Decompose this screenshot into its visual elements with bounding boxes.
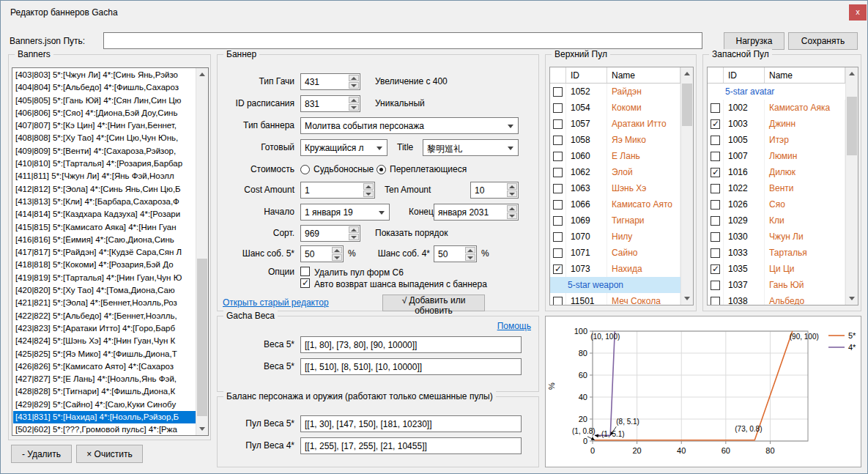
row-checkbox[interactable] [711,136,720,145]
spinner-buttons[interactable] [349,97,359,111]
scroll-thumb[interactable] [847,97,857,155]
scroll-up-icon[interactable] [681,67,693,80]
scroll-down-icon[interactable] [846,292,858,305]
row-checkbox[interactable] [553,297,563,305]
list-item[interactable]: [412|812] 5*:[Эола] 4*:[Синь Янь,Син Цю,… [13,183,196,196]
begin-date-select[interactable]: 1 января 19 [300,204,390,221]
row-checkbox[interactable] [711,168,720,177]
pool-row[interactable]: 1002Камисато Аяка [708,100,845,116]
list-item[interactable]: [425|825] 5*:[Яэ Мико] 4*:[Фишль,Диона,Т [13,348,196,360]
save-button[interactable]: Сохранять [788,32,858,50]
pool-row[interactable]: 1029Кли [708,212,845,229]
banners-list[interactable]: [403|803] 5*:[Чжун Ли] 4*:[Синь Янь,Рэйз… [12,67,209,436]
load-button[interactable]: Нагрузка [724,32,784,50]
row-checkbox[interactable] [553,103,563,113]
option-auto-return-checkbox[interactable] [300,278,310,288]
pool-row[interactable]: 1030Чжун Ли [708,229,845,245]
row-checkbox[interactable] [553,248,563,258]
end-date-input[interactable] [434,204,519,221]
list-item[interactable]: [408|808] 5*:[Ху Тао] 4*:[Син Цю,Чун Юнь… [13,132,196,144]
cost-radio-acquaint[interactable] [300,165,310,174]
scroll-down-icon[interactable] [681,292,693,305]
list-item[interactable]: [410|810] 5*:[Тарталья] 4*:[Розария,Барб… [13,158,196,170]
list-item[interactable]: [428|828] 5*:[Тигнари] 4*:[Фишль,Диона,К [13,385,196,398]
spin-up-icon[interactable] [349,226,359,233]
prefab-select[interactable]: Кружащийся л [300,139,387,156]
delete-button[interactable]: - Удалить [11,445,72,463]
spinner-buttons[interactable] [507,183,517,197]
list-item[interactable]: [426|826] 5*:[Камисато Аято] 4*:[Сахароз [13,360,196,373]
row-checkbox[interactable] [553,152,563,161]
spin-down-icon[interactable] [332,254,342,261]
spin-up-icon[interactable] [349,97,359,103]
spin-down-icon[interactable] [507,212,517,219]
spin-up-icon[interactable] [507,183,517,190]
old-editor-link[interactable]: Открыть старый редактор [223,297,329,308]
spin-up-icon[interactable] [363,183,374,190]
list-item[interactable]: [405|805] 5*:[Гань Юй] 4*:[Сян Лин,Син Ц… [13,95,196,107]
row-checkbox[interactable] [711,216,720,226]
pool-row[interactable]: 1058Яэ Мико [550,132,680,148]
reserve-pool-scrollbar[interactable] [845,67,858,305]
row-checkbox[interactable] [711,152,720,161]
spinner-buttons[interactable] [465,247,475,261]
list-item[interactable]: [413|813] 5*:[Кли] 4*:[Барбара,Сахароза,… [13,196,196,208]
row-checkbox[interactable] [711,232,720,242]
pool-weights4-input[interactable] [300,437,522,454]
banner-type-select[interactable]: Молитва события персонажа [300,117,519,134]
spin-down-icon[interactable] [363,190,374,197]
spin-up-icon[interactable] [465,247,475,253]
spin-up-icon[interactable] [332,247,342,253]
submit-button[interactable]: √ Добавить или обновить [382,295,485,311]
weights5-input[interactable] [300,336,522,353]
list-item[interactable]: [414|814] 5*:[Каздхара Кадзуха] 4*:[Роза… [13,208,196,221]
pool-row[interactable]: 1073Нахида [550,261,680,277]
row-checkbox[interactable] [711,200,720,210]
row-checkbox[interactable] [711,281,720,290]
row-checkbox[interactable] [711,184,720,193]
list-item[interactable]: [421|821] 5*:[Эола] 4*:[Беннет,Ноэлль,Ро… [13,297,196,309]
cost-radio-intertwined[interactable] [376,165,386,174]
pool-row[interactable]: 1066Камисато Аято [550,196,680,212]
list-item[interactable]: [418|818] 5*:[Кокоми] 4*:[Розария,Бэй До [13,259,196,271]
spinner-buttons[interactable] [349,226,359,240]
pool-row[interactable]: 11501Меч Сокола [550,293,680,305]
row-checkbox[interactable] [711,248,720,258]
pool-row[interactable]: 1060Е Лань [550,148,680,164]
row-checkbox[interactable] [553,232,563,242]
pool-section-row[interactable]: 5-star weapon [550,277,680,293]
list-item[interactable]: [409|809] 5*:[Венти] 4*:[Сахароза,Рэйзор… [13,145,196,158]
upper-pool-scrollbar[interactable] [680,67,693,305]
row-checkbox[interactable] [553,136,563,145]
list-item[interactable]: [427|827] 5*:[Е Лань] 4*:[Ноэлль,Янь Фэй… [13,373,196,385]
list-item[interactable]: [502|602] 5*:[???,Громовой пульс] 4*:[Рж… [13,423,196,434]
pool-row[interactable]: 1016Дилюк [708,164,845,180]
list-item[interactable]: [406|806] 5*:[Сяо] 4*:[Диона,Бэй Доу,Син… [13,107,196,119]
banners-scrollbar[interactable] [196,68,208,435]
scroll-thumb[interactable] [682,84,692,126]
title-select[interactable]: 黎明巡礼 [423,139,519,156]
pool-row[interactable]: 1026Сяо [708,196,845,212]
list-item[interactable]: [415|815] 5*:[Камисато Аяка] 4*:[Нин Гуа… [13,221,196,234]
pool-row[interactable]: 1054Кокоми [550,100,680,116]
col-name-header[interactable]: Name [765,67,845,83]
pool-row[interactable]: 1003Джинн [708,116,845,132]
pool-row[interactable]: 1069Тигнари [550,212,680,229]
spin-down-icon[interactable] [507,190,517,197]
pool-row[interactable]: 1057Аратаки Итто [550,116,680,132]
row-checkbox[interactable] [553,264,563,274]
row-checkbox[interactable] [553,168,563,177]
pool-row[interactable]: 1052Райдэн [550,84,680,100]
list-item[interactable]: [407|807] 5*:[Кэ Цин] 4*:[Нин Гуан,Бенне… [13,119,196,132]
list-item[interactable]: [417|817] 5*:[Райдэн] 4*:[Кудзё Сара,Сян… [13,246,196,259]
list-item[interactable]: [424|824] 5*:[Шэнь Хэ] 4*:[Нин Гуан,Чун … [13,335,196,347]
spinner-buttons[interactable] [363,183,374,197]
scroll-thumb[interactable] [197,259,207,416]
weights4-input[interactable] [300,358,522,375]
row-checkbox[interactable] [553,216,563,226]
pool-row[interactable]: 1007Люмин [708,148,845,164]
spinner-buttons[interactable] [349,75,359,89]
pool-row[interactable]: 1005Итэр [708,132,845,148]
spin-down-icon[interactable] [349,234,359,240]
list-item[interactable]: [411|811] 5*:[Чжун Ли] 4*:[Янь Фэй,Ноэлл [13,170,196,182]
